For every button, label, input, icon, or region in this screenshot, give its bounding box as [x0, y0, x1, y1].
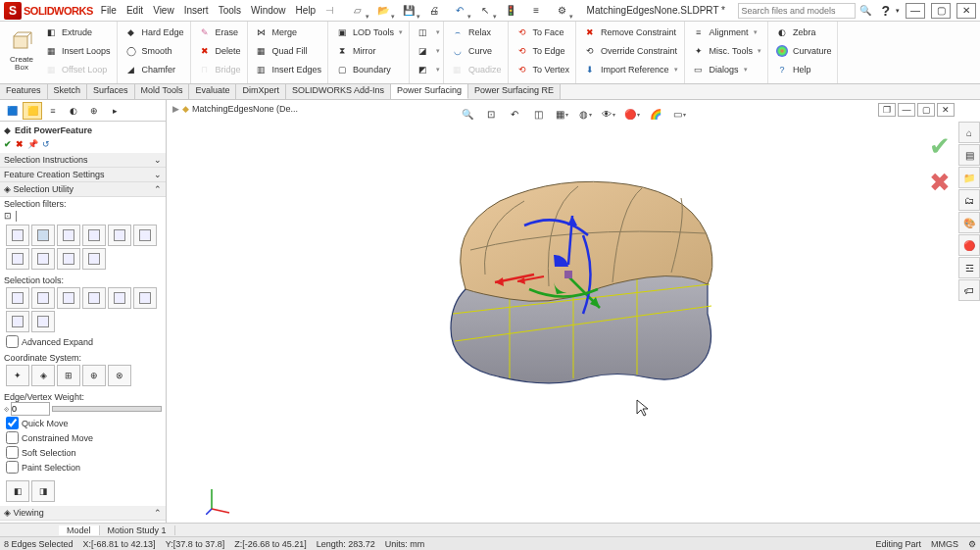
- display-style-icon[interactable]: ◍: [574, 104, 596, 124]
- delete-button[interactable]: ✖Delete: [195, 42, 243, 60]
- undo-button[interactable]: ↶: [448, 1, 471, 21]
- hard-edge-button[interactable]: ◆Hard Edge: [122, 24, 186, 41]
- boundary-button[interactable]: ▢Boundary: [332, 61, 405, 78]
- filter-btn-6[interactable]: [133, 225, 157, 246]
- fm-tab-tree[interactable]: 🟦: [2, 102, 22, 120]
- view-settings-icon[interactable]: ▭: [668, 104, 690, 124]
- quad-fill-button[interactable]: ▦Quad Fill: [252, 42, 324, 60]
- quick-move-check[interactable]: [6, 417, 19, 429]
- scene-icon[interactable]: 🌈: [645, 104, 666, 124]
- mdi-max[interactable]: ▢: [917, 103, 935, 117]
- soft-selection-check[interactable]: [6, 446, 19, 459]
- tool-b-button[interactable]: ◪: [414, 42, 439, 60]
- sel-btn-6[interactable]: [133, 287, 157, 309]
- relax-button[interactable]: ⌢Relax: [448, 24, 504, 41]
- chamfer-button[interactable]: ◢Chamfer: [122, 61, 186, 78]
- mdi-min[interactable]: —: [898, 103, 915, 117]
- fm-fcs-header[interactable]: Feature Creation Settings⌄: [0, 168, 166, 182]
- rail-library-icon[interactable]: 📁: [958, 167, 980, 188]
- fm-tab-property[interactable]: 🟨: [23, 102, 42, 120]
- pushpin-icon[interactable]: 📌: [27, 139, 38, 149]
- tab-surfaces[interactable]: Surfaces: [87, 84, 135, 99]
- tab-mold-tools[interactable]: Mold Tools: [135, 84, 190, 99]
- offset-loop-button[interactable]: ▦Offset Loop: [41, 61, 113, 78]
- import-reference-button[interactable]: ⬇Import Reference: [580, 61, 680, 78]
- rail-appearance-icon[interactable]: 🔴: [958, 234, 980, 256]
- move-btn-2[interactable]: ◨: [31, 480, 55, 502]
- fm-viewing-header[interactable]: ◈ Viewing⌃: [0, 506, 166, 521]
- maximize-button[interactable]: ▢: [931, 3, 951, 19]
- filter-btn-1[interactable]: [6, 225, 29, 246]
- insert-edges-button[interactable]: ▥Insert Edges: [252, 61, 324, 78]
- confirm-cancel-icon[interactable]: ✖: [929, 168, 951, 198]
- select-button[interactable]: ↖: [473, 1, 497, 21]
- model-tab[interactable]: Model: [59, 525, 100, 535]
- to-face-button[interactable]: ⟲To Face: [513, 24, 572, 41]
- settings-icon[interactable]: ≡: [524, 1, 548, 21]
- merge-button[interactable]: ⋈Merge: [252, 24, 324, 41]
- menu-window[interactable]: Window: [251, 5, 286, 16]
- menu-help[interactable]: Help: [296, 5, 317, 16]
- prev-view-icon[interactable]: ↶: [504, 104, 525, 124]
- override-constraint-button[interactable]: ⟲Override Constraint: [580, 42, 680, 60]
- insert-loops-button[interactable]: ▦Insert Loops: [41, 42, 113, 60]
- status-units[interactable]: MMGS: [931, 539, 958, 549]
- tab-addins[interactable]: SOLIDWORKS Add-Ins: [286, 84, 391, 99]
- section-icon[interactable]: ◫: [527, 104, 549, 124]
- coord-btn-3[interactable]: ⊞: [57, 365, 80, 386]
- zebra-button[interactable]: ◐Zebra: [772, 24, 834, 41]
- menu-tools[interactable]: Tools: [219, 5, 241, 16]
- tab-dimxpert[interactable]: DimXpert: [236, 84, 286, 99]
- coord-btn-5[interactable]: ⊗: [108, 365, 131, 386]
- filter-btn-2[interactable]: [31, 225, 55, 246]
- fm-instructions-header[interactable]: Selection Instructions⌄: [0, 153, 166, 168]
- coord-btn-2[interactable]: ◈: [31, 365, 55, 386]
- advanced-expand-check[interactable]: [6, 335, 19, 348]
- sel-btn-5[interactable]: [108, 287, 131, 309]
- fm-sel-util-header[interactable]: ◈ Selection Utility⌃: [0, 182, 166, 197]
- constrained-move-check[interactable]: [6, 431, 19, 444]
- sel-btn-7[interactable]: [6, 311, 29, 332]
- alignment-button[interactable]: ≡Alignment: [689, 24, 763, 41]
- bridge-button[interactable]: ⊓Bridge: [195, 61, 243, 78]
- fm-tab-display[interactable]: ⊕: [84, 102, 104, 120]
- weight-slider[interactable]: [52, 406, 162, 412]
- help-icon[interactable]: ?: [881, 3, 890, 19]
- mdi-close[interactable]: ✕: [937, 103, 955, 117]
- rail-explorer-icon[interactable]: 🗂: [958, 189, 980, 211]
- to-edge-button[interactable]: ⟲To Edge: [513, 42, 572, 60]
- sel-btn-3[interactable]: [57, 287, 80, 309]
- status-cog-icon[interactable]: ⚙: [968, 539, 976, 549]
- quadize-button[interactable]: ▦Quadize: [448, 61, 504, 78]
- filter-btn-5[interactable]: [108, 225, 131, 246]
- misc-tools-button[interactable]: ✦Misc. Tools: [689, 42, 763, 60]
- new-button[interactable]: ▱: [346, 1, 369, 21]
- menu-pin-icon[interactable]: ⊣: [325, 5, 334, 16]
- curve-button[interactable]: ◡Curve: [448, 42, 504, 60]
- paint-selection-check[interactable]: [6, 461, 19, 474]
- filter-vertex-icon[interactable]: ⊡: [4, 211, 12, 221]
- fm-tab-config[interactable]: ≡: [43, 102, 63, 120]
- erase-button[interactable]: ✎Erase: [195, 24, 243, 41]
- filter-edge-icon[interactable]: │: [14, 211, 20, 221]
- breadcrumb[interactable]: ▶ ◆ MatchingEdgesNone (De...: [172, 104, 298, 114]
- motion-tab[interactable]: Motion Study 1: [100, 525, 175, 535]
- zoom-area-icon[interactable]: ⊡: [480, 104, 502, 124]
- tab-power-surfacing-re[interactable]: Power Surfacing RE: [468, 84, 561, 99]
- sel-btn-4[interactable]: [82, 287, 106, 309]
- dialogs-button[interactable]: ▭Dialogs: [689, 61, 763, 78]
- fm-tab-more[interactable]: ▸: [105, 102, 124, 120]
- filter-btn-10[interactable]: [82, 248, 106, 270]
- tab-features[interactable]: Features: [0, 84, 48, 99]
- view-orient-icon[interactable]: ▦: [551, 104, 572, 124]
- weight-input[interactable]: [11, 402, 50, 416]
- sel-btn-1[interactable]: [6, 287, 29, 309]
- mdi-restore[interactable]: ❐: [878, 103, 896, 117]
- coord-btn-4[interactable]: ⊕: [82, 365, 106, 386]
- view-triad[interactable]: [206, 485, 235, 515]
- tool-c-button[interactable]: ◩: [414, 61, 439, 78]
- help-button[interactable]: ?Help: [772, 61, 834, 78]
- rail-home-icon[interactable]: ⌂: [958, 122, 980, 143]
- tool-a-button[interactable]: ◫: [414, 24, 439, 41]
- cancel-button[interactable]: ✖: [16, 139, 24, 149]
